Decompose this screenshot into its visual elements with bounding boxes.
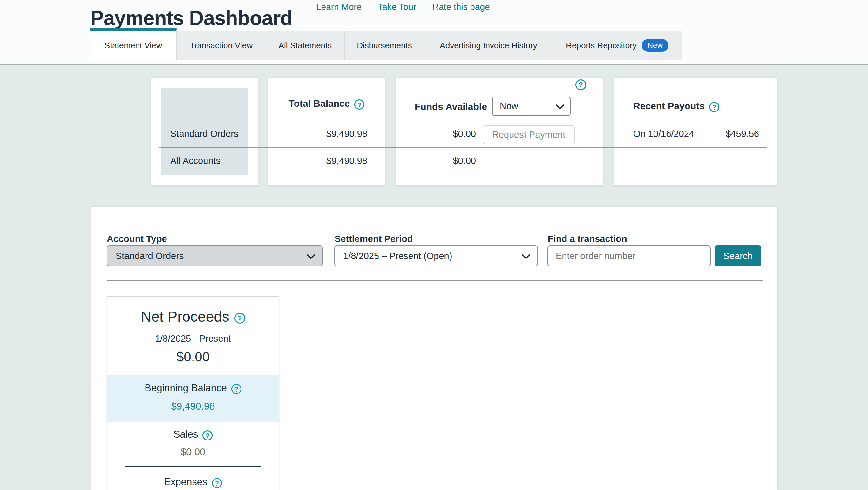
recent-payout-amount: $459.56	[726, 129, 759, 139]
header: Payments Dashboard Learn More Take Tour …	[0, 0, 868, 65]
chevron-down-icon	[522, 251, 530, 259]
sales-label-row: Sales	[107, 429, 279, 440]
account-type-value: Standard Orders	[116, 251, 184, 261]
expenses-label: Expenses	[164, 476, 207, 488]
order-number-input[interactable]	[548, 246, 711, 266]
recent-payout-date: On 10/16/2024	[633, 129, 694, 139]
payments-dashboard-page: Payments Dashboard Learn More Take Tour …	[0, 0, 868, 490]
expenses-label-row: Expenses	[107, 476, 279, 488]
header-links: Learn More Take Tour Rate this page	[316, 0, 490, 14]
total-balance-all-accounts-value: $9,490.98	[326, 156, 367, 166]
recent-payout-row: On 10/16/2024 $459.56	[633, 129, 759, 139]
tab-bar: Statement View Transaction View All Stat…	[90, 28, 682, 60]
help-icon[interactable]	[203, 430, 213, 440]
learn-more-link[interactable]: Learn More	[316, 2, 362, 12]
tab-all-statements[interactable]: All Statements	[266, 31, 345, 60]
net-proceeds-amount: $0.00	[107, 349, 279, 365]
tab-reports-repository[interactable]: Reports Repository New	[553, 31, 682, 60]
settlement-period-label: Settlement Period	[335, 234, 413, 244]
sales-expenses-divider	[125, 465, 261, 466]
divider	[424, 1, 425, 13]
recent-payouts-title: Recent Payouts	[633, 101, 705, 111]
funds-available-card: Funds Available Now $0.00 Request Paymen…	[395, 77, 603, 186]
beginning-balance-label: Beginning Balance	[145, 382, 227, 394]
funds-available-period-select[interactable]: Now	[492, 97, 570, 116]
net-proceeds-period: 1/8/2025 - Present	[107, 333, 279, 344]
account-type-select[interactable]: Standard Orders	[107, 246, 323, 266]
rate-this-page-link[interactable]: Rate this page	[432, 2, 490, 12]
account-row-standard-orders: Standard Orders	[170, 129, 238, 139]
chevron-down-icon	[307, 251, 315, 259]
beginning-balance-value: $9,490.98	[107, 401, 279, 412]
find-transaction-label: Find a transaction	[548, 234, 627, 244]
chevron-down-icon	[556, 101, 564, 109]
net-proceeds-title: Net Proceeds	[141, 308, 229, 325]
tab-reports-repository-label: Reports Repository	[566, 41, 637, 51]
help-icon[interactable]	[709, 102, 719, 112]
help-icon[interactable]	[354, 99, 365, 109]
search-button[interactable]: Search	[715, 246, 761, 266]
help-icon[interactable]	[212, 478, 222, 488]
statement-view-panel: Account Type Settlement Period Find a tr…	[91, 206, 777, 490]
account-rows-box: Standard Orders All Accounts	[161, 88, 248, 175]
settlement-period-select[interactable]: 1/8/2025 – Present (Open)	[334, 246, 538, 266]
panel-divider	[107, 280, 763, 281]
total-balance-title-row: Total Balance	[268, 98, 385, 109]
net-proceeds-title-row: Net Proceeds	[107, 308, 279, 325]
account-rows-card: Standard Orders All Accounts	[151, 77, 259, 186]
account-row-all-accounts: All Accounts	[170, 156, 220, 166]
recent-payouts-card: Recent Payouts On 10/16/2024 $459.56	[614, 77, 777, 186]
page-title: Payments Dashboard	[90, 8, 292, 28]
tab-statement-view[interactable]: Statement View	[90, 28, 177, 60]
funds-available-standard-orders-value: $0.00	[396, 129, 476, 139]
settlement-period-value: 1/8/2025 – Present (Open)	[343, 251, 452, 261]
funds-available-period-value: Now	[500, 101, 518, 111]
total-balance-standard-orders-value: $9,490.98	[326, 129, 367, 139]
divider	[370, 1, 370, 13]
total-balance-card: Total Balance $9,490.98 $9,490.98	[268, 77, 385, 186]
funds-available-all-accounts-value: $0.00	[396, 156, 476, 166]
tab-disbursements[interactable]: Disbursements	[345, 31, 425, 60]
beginning-balance-label-row: Beginning Balance	[107, 382, 279, 394]
total-balance-title: Total Balance	[289, 98, 350, 109]
tab-advertising-invoice-history[interactable]: Advertising Invoice History	[425, 31, 553, 60]
funds-available-title: Funds Available	[414, 101, 487, 112]
sales-value: $0.00	[107, 447, 279, 458]
net-proceeds-card: Net Proceeds 1/8/2025 - Present $0.00 Be…	[107, 296, 279, 490]
sales-label: Sales	[174, 429, 198, 440]
account-type-label: Account Type	[107, 234, 167, 244]
new-badge: New	[642, 39, 669, 52]
recent-payouts-title-row: Recent Payouts	[633, 101, 719, 111]
tab-transaction-view[interactable]: Transaction View	[177, 31, 266, 60]
help-icon[interactable]	[576, 79, 586, 90]
take-tour-link[interactable]: Take Tour	[378, 2, 416, 12]
help-icon[interactable]	[231, 384, 242, 394]
help-icon[interactable]	[235, 313, 245, 324]
request-payment-button[interactable]: Request Payment	[483, 125, 575, 144]
summary-row-divider	[159, 147, 767, 148]
beginning-balance-section: Beginning Balance $9,490.98	[107, 375, 279, 422]
